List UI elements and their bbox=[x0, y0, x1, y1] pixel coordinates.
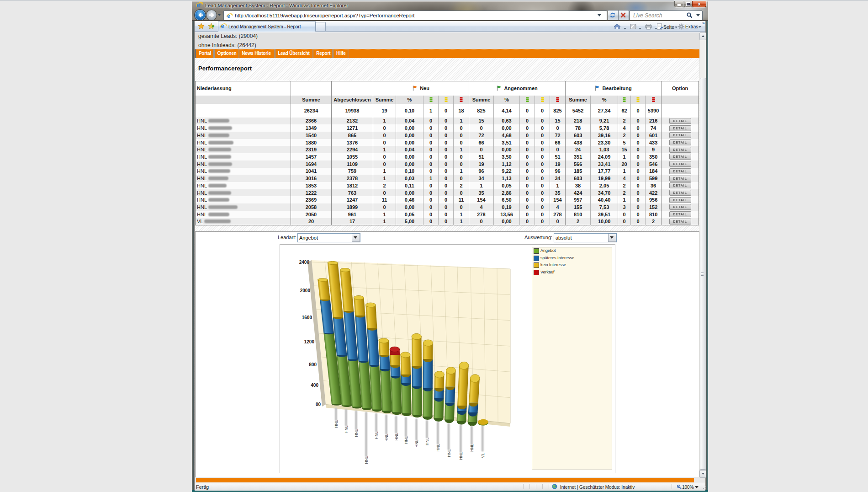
svg-text:HNL: HNL bbox=[459, 452, 463, 460]
svg-text:HNL: HNL bbox=[384, 433, 389, 441]
svg-text:800: 800 bbox=[309, 362, 317, 367]
svg-text:HNL: HNL bbox=[374, 431, 379, 439]
svg-text:HNL: HNL bbox=[394, 433, 399, 440]
svg-text:HNL: HNL bbox=[414, 439, 419, 447]
svg-text:HNL: HNL bbox=[354, 429, 359, 437]
svg-text:00: 00 bbox=[316, 402, 321, 407]
svg-text:2400: 2400 bbox=[299, 260, 310, 265]
svg-text:HNL: HNL bbox=[425, 438, 429, 445]
svg-text:VL: VL bbox=[481, 453, 485, 458]
svg-text:HNL: HNL bbox=[447, 449, 451, 457]
svg-text:2000: 2000 bbox=[300, 288, 311, 293]
svg-text:HNL: HNL bbox=[334, 420, 339, 428]
svg-text:HNL: HNL bbox=[344, 425, 349, 433]
svg-text:400: 400 bbox=[311, 383, 318, 388]
svg-text:HNL: HNL bbox=[404, 436, 408, 444]
svg-text:HNL: HNL bbox=[470, 444, 474, 452]
svg-text:HNL: HNL bbox=[364, 456, 369, 464]
svg-text:1600: 1600 bbox=[302, 315, 312, 320]
svg-text:HNL: HNL bbox=[436, 444, 440, 451]
svg-text:1200: 1200 bbox=[304, 339, 315, 344]
